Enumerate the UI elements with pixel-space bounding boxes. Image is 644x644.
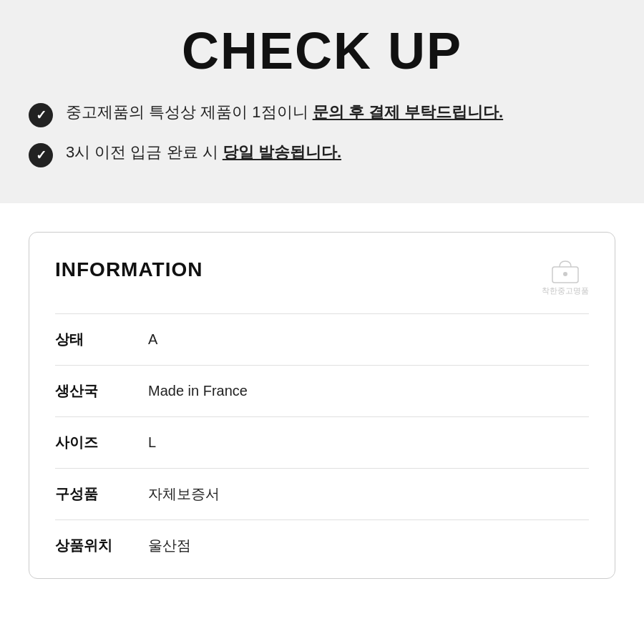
brand-logo-icon bbox=[548, 258, 582, 284]
value-size: L bbox=[148, 434, 156, 451]
table-row: 생산국 Made in France bbox=[55, 365, 589, 416]
value-country: Made in France bbox=[148, 383, 248, 399]
table-row: 상태 A bbox=[55, 313, 589, 365]
info-card: INFORMATION 착한중고명품 상태 A 생산국 Made in Fran… bbox=[29, 232, 615, 579]
header-section: CHECK UP 중고제품의 특성상 제품이 1점이니 문의 후 결제 부탁드립… bbox=[0, 0, 644, 203]
checkmark-icon-1 bbox=[29, 103, 53, 127]
table-row: 사이즈 L bbox=[55, 416, 589, 468]
brand-logo: 착한중고명품 bbox=[542, 258, 589, 296]
check-text-bold-1: 문의 후 결제 부탁드립니다. bbox=[313, 103, 503, 121]
brand-logo-text: 착한중고명품 bbox=[542, 286, 589, 296]
label-size: 사이즈 bbox=[55, 433, 148, 452]
label-location: 상품위치 bbox=[55, 536, 148, 555]
label-condition: 상태 bbox=[55, 330, 148, 349]
check-text-2: 3시 이전 입금 완료 시 당일 발송됩니다. bbox=[66, 142, 341, 164]
table-row: 구성품 자체보증서 bbox=[55, 468, 589, 519]
info-title: INFORMATION bbox=[55, 258, 203, 281]
page-title: CHECK UP bbox=[29, 14, 615, 102]
value-location: 울산점 bbox=[148, 536, 191, 555]
info-table: 상태 A 생산국 Made in France 사이즈 L 구성품 자체보증서 … bbox=[55, 313, 589, 571]
value-contents: 자체보증서 bbox=[148, 484, 220, 504]
checkmark-icon-2 bbox=[29, 143, 53, 167]
info-header: INFORMATION 착한중고명품 bbox=[55, 258, 589, 296]
check-item-1: 중고제품의 특성상 제품이 1점이니 문의 후 결제 부탁드립니다. bbox=[29, 102, 615, 127]
content-section: INFORMATION 착한중고명품 상태 A 생산국 Made in Fran… bbox=[0, 203, 644, 608]
label-contents: 구성품 bbox=[55, 484, 148, 504]
check-text-1: 중고제품의 특성상 제품이 1점이니 문의 후 결제 부탁드립니다. bbox=[66, 102, 503, 124]
label-country: 생산국 bbox=[55, 381, 148, 401]
check-text-normal-1: 중고제품의 특성상 제품이 1점이니 bbox=[66, 103, 313, 121]
check-text-bold-2: 당일 발송됩니다. bbox=[223, 143, 341, 161]
check-text-normal-2: 3시 이전 입금 완료 시 bbox=[66, 143, 223, 161]
svg-point-1 bbox=[563, 272, 567, 276]
value-condition: A bbox=[148, 331, 157, 348]
table-row: 상품위치 울산점 bbox=[55, 519, 589, 571]
check-item-2: 3시 이전 입금 완료 시 당일 발송됩니다. bbox=[29, 142, 615, 167]
